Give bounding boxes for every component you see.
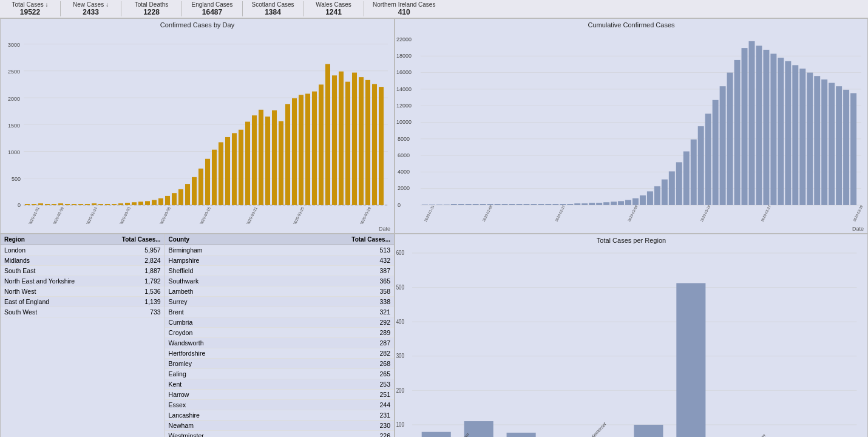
region-value: 1,887 [103, 266, 164, 276]
svg-text:2000: 2000 [398, 186, 410, 192]
table-row: Cumbria292 [165, 317, 394, 328]
table-row: Kent253 [165, 379, 394, 390]
county-table-section: County Total Cases... Birmingham513Hamps… [165, 234, 394, 437]
table-row: London5,957 [1, 245, 164, 256]
svg-text:2020-03-29: 2020-03-29 [852, 205, 863, 222]
svg-rect-142 [734, 60, 741, 205]
svg-rect-39 [185, 184, 190, 205]
stat-ni-cases: Northern Ireland Cases 410 [364, 1, 444, 16]
county-value: 253 [288, 379, 394, 390]
svg-rect-146 [763, 50, 769, 205]
svg-text:0: 0 [398, 202, 401, 208]
svg-rect-30 [125, 203, 130, 205]
chart1-svg: 0 500 1000 1500 2000 2500 3000 [1, 30, 395, 224]
svg-rect-144 [749, 41, 755, 205]
region-name: North West [1, 286, 103, 297]
svg-text:2020-02-09: 2020-02-09 [482, 205, 493, 222]
county-name: Brent [165, 307, 288, 317]
stat-wales-cases: Wales Cases 1241 [303, 1, 364, 16]
svg-rect-49 [252, 115, 257, 205]
svg-rect-62 [339, 72, 344, 205]
svg-rect-149 [785, 61, 791, 205]
svg-text:16000: 16000 [396, 70, 412, 76]
svg-text:18000: 18000 [396, 53, 412, 59]
svg-rect-123 [596, 203, 602, 205]
svg-text:500: 500 [396, 284, 404, 291]
svg-text:2020-01-31: 2020-01-31 [27, 206, 40, 224]
svg-text:10000: 10000 [396, 120, 412, 126]
svg-rect-104 [458, 204, 464, 205]
table-row: Midlands2,824 [1, 256, 164, 266]
region-value: 733 [103, 307, 164, 317]
svg-rect-125 [611, 202, 617, 205]
svg-text:3000: 3000 [8, 42, 20, 48]
svg-text:200: 200 [396, 387, 404, 394]
svg-rect-45 [225, 137, 230, 205]
svg-rect-114 [531, 204, 537, 205]
svg-text:2020-03-16: 2020-03-16 [198, 206, 211, 224]
stat-label-total-deaths: Total Deaths [135, 1, 169, 8]
svg-rect-106 [473, 204, 479, 205]
svg-rect-141 [727, 73, 733, 205]
svg-rect-32 [138, 202, 143, 205]
svg-rect-158 [850, 93, 856, 205]
svg-rect-17 [38, 203, 43, 205]
svg-rect-154 [821, 80, 827, 205]
svg-rect-112 [516, 204, 522, 205]
region-count-header: Total Cases... [103, 234, 164, 245]
svg-rect-151 [799, 69, 805, 205]
svg-rect-19 [52, 204, 56, 205]
svg-rect-41 [198, 169, 203, 205]
county-name: Wandsworth [165, 338, 288, 348]
svg-rect-107 [480, 204, 486, 205]
county-value: 513 [288, 245, 394, 256]
region-value: 1,792 [103, 276, 164, 286]
svg-rect-33 [145, 201, 150, 205]
county-name: Bromley [165, 359, 288, 369]
svg-rect-20 [58, 203, 63, 205]
region-name: South East [1, 266, 103, 276]
region-bars [422, 283, 833, 437]
svg-text:1000: 1000 [8, 149, 20, 155]
table-row: Bromley268 [165, 359, 394, 369]
svg-rect-117 [552, 204, 558, 205]
table-row: Southwark365 [165, 276, 394, 286]
svg-rect-150 [792, 65, 798, 205]
county-count-header: Total Cases... [288, 234, 394, 245]
svg-text:2020-03-08: 2020-03-08 [158, 206, 171, 224]
svg-text:2000: 2000 [8, 96, 20, 102]
svg-text:2500: 2500 [8, 69, 20, 75]
region-table-section: Region Total Cases... London5,957Midland… [1, 234, 165, 437]
svg-text:8000: 8000 [398, 136, 410, 142]
table-row: East of England1,139 [1, 297, 164, 307]
svg-rect-108 [487, 204, 493, 205]
svg-rect-115 [538, 204, 544, 205]
svg-text:2020-02-09: 2020-02-09 [52, 206, 64, 224]
chart2-title: Cumulative Confirmed Cases [395, 19, 867, 30]
svg-rect-47 [239, 130, 243, 205]
svg-text:12000: 12000 [396, 103, 412, 109]
svg-rect-129 [640, 195, 646, 205]
svg-rect-42 [205, 159, 210, 205]
svg-rect-103 [451, 204, 457, 205]
region-col-header: Region [1, 234, 103, 245]
svg-rect-44 [219, 142, 223, 205]
county-name: Hampshire [165, 256, 288, 266]
svg-rect-43 [212, 150, 217, 205]
table-row: South West733 [1, 307, 164, 317]
table-row: South East1,887 [1, 266, 164, 276]
svg-rect-116 [545, 204, 551, 205]
county-value: 231 [288, 410, 394, 421]
svg-text:Blackburn with Darwen: Blackburn with Darwen [732, 432, 766, 437]
svg-rect-110 [502, 204, 508, 205]
svg-rect-186 [676, 283, 705, 437]
svg-rect-148 [778, 58, 784, 205]
table-row: Lambeth358 [165, 286, 394, 297]
svg-rect-54 [285, 104, 290, 205]
county-name: Lancashire [165, 410, 288, 421]
chart3-svg: 0 100 200 300 400 500 600 [395, 245, 867, 437]
svg-rect-56 [299, 95, 303, 205]
svg-rect-119 [567, 204, 573, 205]
county-value: 387 [288, 266, 394, 276]
svg-rect-63 [345, 82, 350, 205]
